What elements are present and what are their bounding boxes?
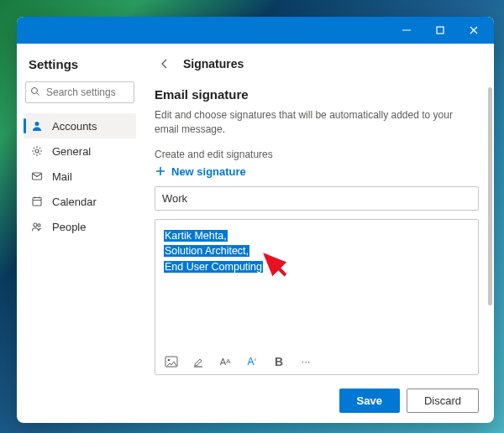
mail-icon: [30, 170, 44, 183]
person-icon: [30, 119, 44, 133]
svg-rect-9: [33, 198, 41, 206]
sidebar-title: Settings: [29, 57, 131, 71]
svg-point-14: [38, 224, 40, 227]
main-panel: Signatures Email signature Edit and choo…: [143, 44, 494, 423]
new-signature-button[interactable]: New signature: [155, 165, 479, 178]
svg-point-4: [32, 88, 38, 94]
plus-icon: [155, 165, 166, 177]
settings-window: Settings Accounts General: [17, 17, 494, 423]
scrollbar[interactable]: [488, 87, 492, 305]
insert-image-button[interactable]: [164, 354, 179, 369]
search-icon: [30, 85, 40, 100]
section-description: Edit and choose signatures that will be …: [155, 108, 479, 137]
sidebar-item-accounts[interactable]: Accounts: [24, 113, 136, 138]
svg-line-5: [37, 93, 39, 96]
sidebar-item-calendar[interactable]: Calendar: [24, 189, 136, 214]
section-title: Email signature: [155, 87, 479, 102]
people-icon: [30, 220, 44, 233]
highlight-button[interactable]: [191, 354, 206, 369]
editor-content[interactable]: Kartik Mehta, Solution Architect, End Us…: [164, 228, 470, 346]
page-title: Signatures: [183, 57, 244, 70]
signature-name-input[interactable]: [155, 186, 479, 211]
sidebar-item-people[interactable]: People: [24, 214, 136, 239]
sidebar-item-label: General: [52, 145, 91, 158]
font-size-button[interactable]: A°: [244, 354, 260, 369]
signature-line: End User Computing: [164, 261, 263, 273]
search-input[interactable]: [25, 81, 134, 103]
svg-point-7: [35, 149, 39, 153]
svg-rect-1: [437, 27, 444, 34]
title-bar: [17, 17, 494, 44]
minimize-button[interactable]: [390, 18, 423, 42]
svg-point-13: [34, 223, 37, 227]
sidebar-item-label: People: [52, 221, 86, 233]
sidebar-item-label: Calendar: [52, 196, 97, 208]
signature-line: Solution Architect,: [164, 245, 249, 257]
sidebar-item-label: Accounts: [52, 120, 97, 133]
sidebar-item-mail[interactable]: Mail: [24, 164, 136, 189]
close-button[interactable]: [457, 18, 491, 42]
search-box[interactable]: [25, 81, 134, 103]
sidebar: Settings Accounts General: [17, 44, 143, 423]
save-button[interactable]: Save: [339, 389, 400, 413]
discard-button[interactable]: Discard: [407, 389, 479, 413]
footer-actions: Save Discard: [155, 378, 479, 413]
font-button[interactable]: AA: [218, 354, 233, 369]
new-signature-label: New signature: [171, 165, 246, 178]
subsection-label: Create and edit signatures: [155, 149, 479, 160]
calendar-icon: [30, 195, 44, 208]
signature-line: Kartik Mehta,: [164, 230, 228, 242]
editor-toolbar: AA A° B ···: [164, 354, 470, 369]
signature-editor[interactable]: Kartik Mehta, Solution Architect, End Us…: [155, 219, 479, 375]
svg-point-18: [168, 358, 171, 361]
maximize-button[interactable]: [423, 18, 457, 42]
more-options-button[interactable]: ···: [298, 354, 313, 369]
bold-button[interactable]: B: [271, 354, 286, 369]
svg-point-6: [35, 122, 39, 126]
back-button[interactable]: [155, 54, 175, 74]
sidebar-item-label: Mail: [52, 170, 72, 183]
sidebar-item-general[interactable]: General: [24, 138, 136, 164]
gear-icon: [30, 144, 44, 158]
